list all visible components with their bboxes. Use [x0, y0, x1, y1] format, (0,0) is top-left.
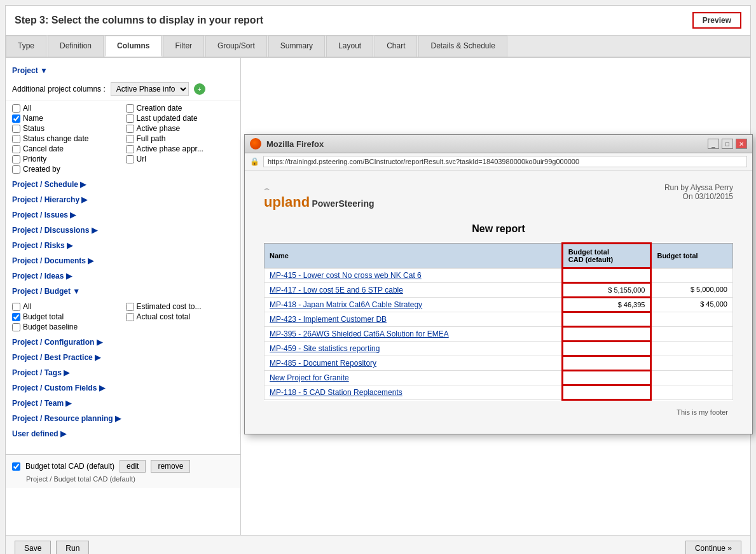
tab-definition[interactable]: Definition — [48, 36, 104, 57]
tab-columns[interactable]: Columns — [105, 36, 162, 57]
row-link[interactable]: MP-459 - Site statistics reporting — [270, 344, 380, 353]
checkbox-actual-cost[interactable]: Actual cost total — [126, 312, 235, 322]
tab-filter[interactable]: Filter — [163, 36, 204, 57]
section-best-practice[interactable]: Project / Best Practice ▶ — [6, 350, 240, 365]
section-configuration[interactable]: Project / Configuration ▶ — [6, 335, 240, 350]
modal-maximize-button[interactable]: □ — [722, 139, 733, 149]
table-row: New Project for Granite — [265, 371, 733, 385]
report-logo: ⌢ upland PowerSteering — [264, 183, 374, 211]
row-link[interactable]: MP-417 - Low cost 5E and 6 STP cable — [270, 286, 403, 294]
selected-path: Project / Budget total CAD (default) — [12, 475, 234, 483]
checkbox-status-change-date[interactable]: Status change date — [12, 134, 121, 144]
checkbox-budget-total[interactable]: Budget total — [12, 312, 121, 322]
checkbox-full-path[interactable]: Full path — [126, 134, 235, 144]
row-link[interactable]: MP-415 - Lower cost No cross web NK Cat … — [270, 271, 422, 280]
checkbox-name[interactable]: Name — [12, 113, 121, 123]
section-budget[interactable]: Project / Budget ▼ — [6, 284, 240, 299]
row-link[interactable]: MP-418 - Japan Matrix Cat6A Cable Strate… — [270, 300, 422, 309]
section-discussions[interactable]: Project / Discussions ▶ — [6, 223, 240, 238]
modal-title: Mozilla Firefox — [266, 139, 324, 149]
budget-checkboxes: All Budget total Budget baseline Estimat… — [6, 299, 240, 335]
section-issues[interactable]: Project / Issues ▶ — [6, 207, 240, 223]
checkbox-url[interactable]: Url — [126, 154, 235, 164]
bottom-bar: Save Run Continue » — [6, 535, 750, 554]
tab-details-schedule[interactable]: Details & Schedule — [418, 36, 507, 57]
report-footer: This is my footer — [264, 403, 733, 421]
selected-area: Budget total CAD (default) edit remove P… — [6, 454, 240, 488]
table-row: MP-423 - Implement Customer DB — [265, 312, 733, 327]
checkbox-active-phase[interactable]: Active phase — [126, 123, 235, 134]
table-row: MP-415 - Lower cost No cross web NK Cat … — [265, 268, 733, 283]
checkbox-created-by[interactable]: Created by — [12, 164, 121, 174]
table-row: MP-118 - 5 CAD Station Replacements — [265, 385, 733, 400]
section-risks[interactable]: Project / Risks ▶ — [6, 238, 240, 253]
modal-minimize-button[interactable]: _ — [708, 139, 719, 149]
report-content: ⌢ upland PowerSteering Run by Alyssa Per… — [245, 170, 752, 434]
checkbox-status[interactable]: Status — [12, 123, 121, 134]
address-input[interactable] — [263, 156, 747, 167]
row-link[interactable]: MP-423 - Implement Customer DB — [270, 315, 387, 324]
checkbox-budget-baseline[interactable]: Budget baseline — [12, 322, 121, 332]
row-link[interactable]: MP-395 - 26AWG Shielded Cat6A Solution f… — [270, 329, 449, 338]
checkbox-creation-date[interactable]: Creation date — [126, 103, 235, 113]
tab-type[interactable]: Type — [6, 36, 46, 57]
remove-button[interactable]: remove — [151, 460, 190, 473]
row-link[interactable]: New Project for Granite — [270, 373, 349, 382]
checkbox-estimated-cost[interactable]: Estimated cost to... — [126, 301, 235, 312]
checkbox-budget-all[interactable]: All — [12, 301, 121, 312]
address-bar: 🔒 — [245, 153, 752, 170]
tab-layout[interactable]: Layout — [326, 36, 373, 57]
table-row: MP-417 - Low cost 5E and 6 STP cable $ 5… — [265, 283, 733, 298]
run-button[interactable]: Run — [56, 541, 89, 554]
report-table: Name Budget totalCAD (default) Budget to… — [264, 242, 733, 401]
run-on: On 03/10/2015 — [664, 192, 733, 201]
section-project[interactable]: Project ▼ — [6, 63, 240, 78]
additional-columns-select[interactable]: Active Phase info — [111, 82, 189, 96]
section-tags[interactable]: Project / Tags ▶ — [6, 365, 240, 380]
checkbox-active-phase-appr[interactable]: Active phase appr... — [126, 144, 235, 154]
edit-button[interactable]: edit — [120, 460, 146, 473]
page-title: Step 3: Select the columns to display in… — [15, 15, 263, 26]
section-ideas[interactable]: Project / Ideas ▶ — [6, 268, 240, 284]
additional-columns-label: Additional project columns : — [12, 85, 106, 93]
lock-icon: 🔒 — [250, 157, 259, 166]
firefox-modal: Mozilla Firefox _ □ ✕ 🔒 ⌢ up — [244, 134, 753, 434]
selected-item-label: Budget total CAD (default) — [25, 462, 114, 471]
section-hierarchy[interactable]: Project / Hierarchy ▶ — [6, 192, 240, 207]
run-info: Run by Alyssa Perry On 03/10/2015 — [664, 183, 733, 201]
selected-checkbox[interactable] — [12, 462, 20, 471]
add-column-button[interactable]: + — [194, 83, 205, 95]
checkbox-last-updated[interactable]: Last updated date — [126, 113, 235, 123]
firefox-icon — [250, 138, 261, 149]
section-custom-fields[interactable]: Project / Custom Fields ▶ — [6, 380, 240, 396]
section-schedule[interactable]: Project / Schedule ▶ — [6, 177, 240, 192]
modal-titlebar: Mozilla Firefox _ □ ✕ — [245, 135, 752, 153]
table-row: MP-459 - Site statistics reporting — [265, 342, 733, 356]
report-logo-area: ⌢ upland PowerSteering Run by Alyssa Per… — [264, 183, 733, 211]
row-link[interactable]: MP-118 - 5 CAD Station Replacements — [270, 388, 402, 397]
modal-controls: _ □ ✕ — [708, 139, 747, 149]
table-row: MP-418 - Japan Matrix Cat6A Cable Strate… — [265, 298, 733, 312]
table-row: MP-485 - Document Repository — [265, 356, 733, 371]
tab-summary[interactable]: Summary — [268, 36, 325, 57]
table-row: MP-395 - 26AWG Shielded Cat6A Solution f… — [265, 327, 733, 342]
section-team[interactable]: Project / Team ▶ — [6, 396, 240, 411]
checkbox-all[interactable]: All — [12, 103, 121, 113]
section-user-defined[interactable]: User defined ▶ — [6, 426, 240, 441]
section-documents[interactable]: Project / Documents ▶ — [6, 253, 240, 268]
checkbox-priority[interactable]: Priority — [12, 154, 121, 164]
section-resource-planning[interactable]: Project / Resource planning ▶ — [6, 411, 240, 426]
tab-chart[interactable]: Chart — [375, 36, 417, 57]
col-budget-cad: Budget totalCAD (default) — [562, 244, 651, 268]
continue-button[interactable]: Continue » — [685, 541, 741, 554]
modal-close-button[interactable]: ✕ — [736, 139, 747, 149]
checkbox-cancel-date[interactable]: Cancel date — [12, 144, 121, 154]
preview-button[interactable]: Preview — [692, 12, 741, 29]
tab-groupsort[interactable]: Group/Sort — [205, 36, 267, 57]
project-checkboxes: All Name Status Status change date Cance… — [6, 100, 240, 177]
report-title: New report — [264, 223, 733, 235]
row-link[interactable]: MP-485 - Document Repository — [270, 359, 376, 368]
col-budget-total: Budget total — [651, 244, 733, 268]
save-button[interactable]: Save — [15, 541, 51, 554]
additional-columns-bar: Additional project columns : Active Phas… — [6, 78, 240, 100]
